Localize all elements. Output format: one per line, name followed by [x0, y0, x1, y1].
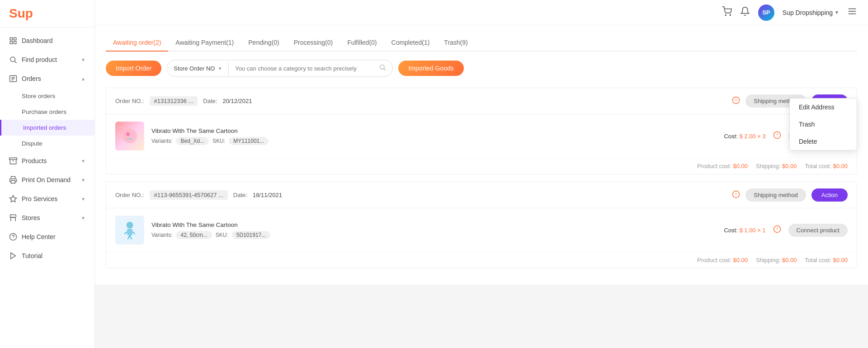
sidebar-item-dashboard[interactable]: Dashboard: [0, 31, 94, 50]
order-item-row-1: Vibrato With The Same Cartoon Variants: …: [106, 114, 857, 158]
order-no-badge-1: #131312336 ...: [150, 96, 198, 106]
total-label-1: Total cost:: [805, 163, 831, 169]
svg-rect-0: [10, 38, 12, 40]
variants-label-2: Variants:: [151, 232, 172, 238]
tab-awaiting-payment[interactable]: Awaiting Payment(1): [168, 34, 241, 52]
logo-area: Sup: [0, 0, 94, 28]
search-container: Store Order NO ▼: [167, 60, 393, 77]
svg-marker-15: [11, 253, 16, 259]
tab-trash[interactable]: Trash(9): [437, 34, 475, 52]
sidebar-sub-purchase-orders[interactable]: Purchase orders: [0, 104, 94, 120]
warning-icon-2[interactable]: [732, 190, 740, 200]
sku-label-2: SKU:: [216, 232, 228, 238]
tutorial-icon: [9, 252, 17, 260]
product-cost-value-2: $0.00: [733, 257, 748, 263]
product-cost-label-1: Product cost:: [697, 163, 731, 169]
variants-label-1: Variants:: [151, 138, 172, 144]
order-tabs: Awaiting order(2) Awaiting Payment(1) Pe…: [106, 34, 857, 52]
sidebar-sub-imported-orders[interactable]: Imported orders: [0, 120, 94, 136]
box-icon: [9, 157, 17, 165]
chevron-down-icon-stores: ▼: [81, 216, 85, 221]
search-icon: [9, 56, 17, 64]
product-cost-1: Cost: $ 2.00 × 3: [724, 133, 765, 140]
svg-rect-2: [10, 42, 12, 44]
user-name-button[interactable]: Sup Dropshipping ▼: [783, 9, 839, 16]
orders-icon: [9, 75, 17, 83]
sidebar-item-find-product[interactable]: Find product ▼: [0, 50, 94, 69]
svg-point-34: [127, 222, 133, 229]
variant-badge-1: Bed_Xd...: [176, 137, 209, 145]
warning-icon-1[interactable]: [732, 96, 740, 106]
search-button[interactable]: [373, 60, 392, 76]
sidebar-sub-store-orders[interactable]: Store orders: [0, 88, 94, 104]
order-footer-1: Product cost: $0.00 Shipping: $0.00 Tota…: [106, 158, 857, 174]
order-no-label-2: Order NO.:: [115, 192, 144, 198]
svg-point-17: [730, 14, 731, 15]
tab-processing[interactable]: Processing(0): [287, 34, 340, 52]
dropdown-edit-address[interactable]: Edit Address: [790, 99, 857, 116]
sku-badge-1: MY111001...: [229, 137, 269, 145]
sidebar-item-help-center[interactable]: Help Center: [0, 227, 94, 246]
order-date-1: 20/12/2021: [222, 98, 252, 104]
svg-point-21: [380, 65, 384, 69]
svg-point-27: [126, 132, 130, 136]
cost-amount-1: $ 2.00 × 3: [739, 133, 765, 140]
user-avatar[interactable]: SP: [758, 5, 774, 21]
page-content: Awaiting order(2) Awaiting Payment(1) Pe…: [95, 25, 868, 348]
chevron-down-icon-pro: ▼: [81, 197, 85, 202]
svg-rect-12: [11, 181, 15, 183]
action-dropdown-menu: Edit Address Trash Delete: [789, 98, 857, 150]
date-label-1: Date:: [203, 98, 217, 104]
svg-rect-1: [14, 38, 16, 40]
tab-awaiting-order[interactable]: Awaiting order(2): [106, 34, 168, 52]
hamburger-menu-icon[interactable]: [847, 6, 857, 19]
sidebar-item-orders[interactable]: Orders ▲: [0, 69, 94, 88]
sidebar-item-find-product-label: Find product: [22, 56, 57, 63]
item-warning-icon-2[interactable]: [773, 225, 781, 235]
tab-fulfilled[interactable]: Fulfilled(0): [340, 34, 384, 52]
product-name-2: Vibrato With The Same Cartoon: [151, 221, 717, 228]
cost-amount-2: $ 1.00 × 1: [739, 227, 765, 234]
dropdown-delete[interactable]: Delete: [790, 133, 857, 150]
variant-badge-2: 42, 50cm...: [176, 231, 212, 239]
total-value-1: $0.00: [833, 163, 848, 169]
sidebar-item-help-label: Help Center: [22, 233, 56, 240]
sidebar-item-pro-services[interactable]: Pro Services ▼: [0, 189, 94, 208]
order-no-label-1: Order NO.:: [115, 98, 144, 104]
svg-line-22: [384, 69, 386, 71]
search-input[interactable]: [229, 61, 373, 75]
order-header-1: Order NO.: #131312336 ... Date: 20/12/20…: [106, 88, 857, 114]
order-date-2: 18/11/2021: [253, 192, 282, 198]
brand-logo: Sup: [9, 6, 33, 21]
action-button-2[interactable]: Action: [811, 188, 848, 202]
sidebar-item-pod-label: Print On Demand: [22, 176, 71, 183]
sidebar-item-print-on-demand[interactable]: Print On Demand ▼: [0, 170, 94, 189]
connect-product-button-2[interactable]: Connect product: [788, 224, 848, 237]
imported-goods-button[interactable]: Imported Goods: [398, 61, 463, 76]
shipping-label-2: Shipping:: [756, 257, 780, 263]
product-info-2: Vibrato With The Same Cartoon Variants: …: [151, 221, 717, 239]
cost-label-1: Cost:: [724, 133, 737, 140]
product-meta-1: Variants: Bed_Xd... SKU: MY111001...: [151, 137, 717, 145]
bell-icon[interactable]: [740, 6, 750, 19]
item-warning-icon-1[interactable]: [773, 131, 781, 141]
tab-pending[interactable]: Pending(0): [241, 34, 287, 52]
sidebar-item-tutorial[interactable]: Tutorial: [0, 246, 94, 265]
shipping-value-2: $0.00: [782, 257, 797, 263]
order-card-2: Order NO.: #113-9655391-4570627 ... Date…: [106, 182, 857, 268]
sidebar-sub-dispute[interactable]: Dispute: [0, 136, 94, 151]
shipping-method-button-2[interactable]: Shipping method: [745, 188, 806, 202]
sidebar-item-stores[interactable]: Stores ▼: [0, 208, 94, 227]
search-select[interactable]: Store Order NO ▼: [167, 61, 229, 75]
sku-badge-2: 5D101917...: [232, 231, 270, 239]
sidebar-item-products[interactable]: Products ▼: [0, 151, 94, 170]
order-no-badge-2: #113-9655391-4570627 ...: [150, 190, 228, 200]
svg-line-39: [130, 235, 132, 240]
tab-completed[interactable]: Completed(1): [384, 34, 437, 52]
cart-icon[interactable]: [722, 6, 732, 19]
user-menu-chevron: ▼: [835, 10, 839, 15]
content-inner: Awaiting order(2) Awaiting Payment(1) Pe…: [95, 25, 868, 285]
order-card-1: Order NO.: #131312336 ... Date: 20/12/20…: [106, 88, 857, 174]
import-order-button[interactable]: Import Order: [106, 61, 161, 76]
dropdown-trash[interactable]: Trash: [790, 116, 857, 133]
